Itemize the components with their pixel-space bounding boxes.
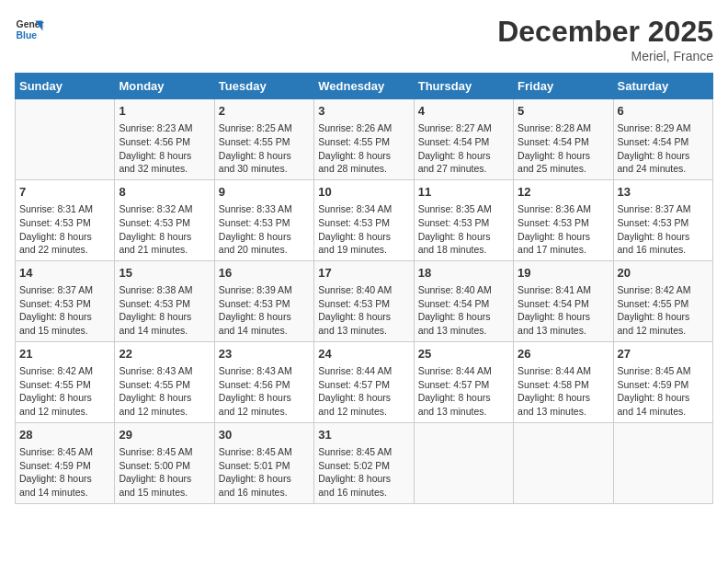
title-block: December 2025 Meriel, France — [497, 15, 713, 63]
day-number: 26 — [518, 346, 609, 362]
day-number: 9 — [219, 184, 310, 201]
week-row-5: 28Sunrise: 8:45 AM Sunset: 4:59 PM Dayli… — [16, 422, 713, 503]
day-info: Sunrise: 8:27 AM Sunset: 4:54 PM Dayligh… — [418, 121, 509, 176]
day-number: 24 — [318, 346, 409, 362]
calendar-cell: 6Sunrise: 8:29 AM Sunset: 4:54 PM Daylig… — [613, 99, 712, 180]
svg-text:Blue: Blue — [17, 30, 38, 40]
day-number: 28 — [19, 427, 110, 443]
day-number: 20 — [618, 265, 709, 282]
day-info: Sunrise: 8:35 AM Sunset: 4:53 PM Dayligh… — [418, 202, 509, 257]
day-number: 15 — [119, 265, 210, 282]
week-row-2: 7Sunrise: 8:31 AM Sunset: 4:53 PM Daylig… — [16, 179, 713, 260]
day-info: Sunrise: 8:43 AM Sunset: 4:56 PM Dayligh… — [219, 364, 310, 419]
day-number: 19 — [518, 265, 609, 282]
calendar-cell: 7Sunrise: 8:31 AM Sunset: 4:53 PM Daylig… — [16, 179, 115, 260]
weekday-friday: Friday — [514, 74, 613, 99]
calendar-cell: 22Sunrise: 8:43 AM Sunset: 4:55 PM Dayli… — [115, 341, 214, 422]
calendar-cell: 24Sunrise: 8:44 AM Sunset: 4:57 PM Dayli… — [314, 341, 414, 422]
calendar-cell: 26Sunrise: 8:44 AM Sunset: 4:58 PM Dayli… — [514, 341, 613, 422]
calendar-cell: 18Sunrise: 8:40 AM Sunset: 4:54 PM Dayli… — [414, 260, 513, 341]
day-info: Sunrise: 8:44 AM Sunset: 4:58 PM Dayligh… — [518, 364, 609, 419]
day-number: 3 — [318, 103, 409, 120]
day-info: Sunrise: 8:32 AM Sunset: 4:53 PM Dayligh… — [119, 202, 210, 257]
weekday-thursday: Thursday — [414, 74, 513, 99]
calendar-cell: 30Sunrise: 8:45 AM Sunset: 5:01 PM Dayli… — [214, 422, 313, 503]
day-info: Sunrise: 8:40 AM Sunset: 4:53 PM Dayligh… — [318, 283, 409, 338]
day-number: 14 — [19, 265, 110, 282]
day-number: 8 — [119, 184, 210, 201]
calendar-cell: 19Sunrise: 8:41 AM Sunset: 4:54 PM Dayli… — [514, 260, 613, 341]
calendar-cell: 4Sunrise: 8:27 AM Sunset: 4:54 PM Daylig… — [414, 99, 513, 180]
day-info: Sunrise: 8:38 AM Sunset: 4:53 PM Dayligh… — [119, 283, 210, 338]
calendar-cell: 15Sunrise: 8:38 AM Sunset: 4:53 PM Dayli… — [115, 260, 214, 341]
calendar-table: SundayMondayTuesdayWednesdayThursdayFrid… — [15, 73, 713, 504]
day-info: Sunrise: 8:37 AM Sunset: 4:53 PM Dayligh… — [19, 283, 110, 338]
day-info: Sunrise: 8:23 AM Sunset: 4:56 PM Dayligh… — [119, 121, 210, 176]
calendar-cell — [613, 422, 712, 503]
calendar-cell: 21Sunrise: 8:42 AM Sunset: 4:55 PM Dayli… — [16, 341, 115, 422]
day-number: 21 — [19, 346, 110, 362]
day-info: Sunrise: 8:44 AM Sunset: 4:57 PM Dayligh… — [318, 364, 409, 419]
day-info: Sunrise: 8:31 AM Sunset: 4:53 PM Dayligh… — [19, 202, 110, 257]
calendar-cell — [414, 422, 513, 503]
day-number: 23 — [219, 346, 310, 362]
day-info: Sunrise: 8:45 AM Sunset: 5:00 PM Dayligh… — [119, 445, 210, 500]
week-row-1: 1Sunrise: 8:23 AM Sunset: 4:56 PM Daylig… — [16, 99, 713, 180]
day-info: Sunrise: 8:25 AM Sunset: 4:55 PM Dayligh… — [219, 121, 310, 176]
calendar-cell: 5Sunrise: 8:28 AM Sunset: 4:54 PM Daylig… — [514, 99, 613, 180]
page-header: General Blue December 2025 Meriel, Franc… — [15, 15, 713, 63]
calendar-cell: 2Sunrise: 8:25 AM Sunset: 4:55 PM Daylig… — [214, 99, 313, 180]
day-number: 2 — [219, 103, 310, 120]
day-info: Sunrise: 8:40 AM Sunset: 4:54 PM Dayligh… — [418, 283, 509, 338]
day-number: 1 — [119, 103, 210, 120]
weekday-monday: Monday — [115, 74, 214, 99]
calendar-cell: 31Sunrise: 8:45 AM Sunset: 5:02 PM Dayli… — [314, 422, 414, 503]
day-info: Sunrise: 8:45 AM Sunset: 4:59 PM Dayligh… — [19, 445, 110, 500]
day-number: 13 — [618, 184, 709, 201]
day-number: 25 — [418, 346, 509, 362]
day-number: 31 — [318, 427, 409, 443]
calendar-cell: 3Sunrise: 8:26 AM Sunset: 4:55 PM Daylig… — [314, 99, 414, 180]
calendar-cell: 29Sunrise: 8:45 AM Sunset: 5:00 PM Dayli… — [115, 422, 214, 503]
calendar-cell: 8Sunrise: 8:32 AM Sunset: 4:53 PM Daylig… — [115, 179, 214, 260]
weekday-tuesday: Tuesday — [214, 74, 313, 99]
day-number: 22 — [119, 346, 210, 362]
weekday-wednesday: Wednesday — [314, 74, 414, 99]
weekday-saturday: Saturday — [613, 74, 712, 99]
weekday-sunday: Sunday — [16, 74, 115, 99]
calendar-cell: 14Sunrise: 8:37 AM Sunset: 4:53 PM Dayli… — [16, 260, 115, 341]
week-row-4: 21Sunrise: 8:42 AM Sunset: 4:55 PM Dayli… — [16, 341, 713, 422]
logo-icon: General Blue — [15, 15, 44, 44]
day-info: Sunrise: 8:45 AM Sunset: 4:59 PM Dayligh… — [618, 364, 709, 419]
week-row-3: 14Sunrise: 8:37 AM Sunset: 4:53 PM Dayli… — [16, 260, 713, 341]
calendar-cell: 9Sunrise: 8:33 AM Sunset: 4:53 PM Daylig… — [214, 179, 313, 260]
logo: General Blue — [15, 15, 44, 44]
day-info: Sunrise: 8:28 AM Sunset: 4:54 PM Dayligh… — [518, 121, 609, 176]
day-number: 4 — [418, 103, 509, 120]
calendar-cell: 10Sunrise: 8:34 AM Sunset: 4:53 PM Dayli… — [314, 179, 414, 260]
calendar-cell: 25Sunrise: 8:44 AM Sunset: 4:57 PM Dayli… — [414, 341, 513, 422]
day-number: 7 — [19, 184, 110, 201]
day-number: 6 — [618, 103, 709, 120]
calendar-cell: 1Sunrise: 8:23 AM Sunset: 4:56 PM Daylig… — [115, 99, 214, 180]
calendar-cell: 13Sunrise: 8:37 AM Sunset: 4:53 PM Dayli… — [613, 179, 712, 260]
day-number: 11 — [418, 184, 509, 201]
calendar-body: 1Sunrise: 8:23 AM Sunset: 4:56 PM Daylig… — [16, 99, 713, 504]
calendar-cell: 23Sunrise: 8:43 AM Sunset: 4:56 PM Dayli… — [214, 341, 313, 422]
day-info: Sunrise: 8:33 AM Sunset: 4:53 PM Dayligh… — [219, 202, 310, 257]
day-info: Sunrise: 8:45 AM Sunset: 5:02 PM Dayligh… — [318, 445, 409, 500]
calendar-cell: 17Sunrise: 8:40 AM Sunset: 4:53 PM Dayli… — [314, 260, 414, 341]
day-info: Sunrise: 8:39 AM Sunset: 4:53 PM Dayligh… — [219, 283, 310, 338]
calendar-cell: 16Sunrise: 8:39 AM Sunset: 4:53 PM Dayli… — [214, 260, 313, 341]
day-info: Sunrise: 8:42 AM Sunset: 4:55 PM Dayligh… — [19, 364, 110, 419]
day-info: Sunrise: 8:37 AM Sunset: 4:53 PM Dayligh… — [618, 202, 709, 257]
day-info: Sunrise: 8:34 AM Sunset: 4:53 PM Dayligh… — [318, 202, 409, 257]
day-info: Sunrise: 8:45 AM Sunset: 5:01 PM Dayligh… — [219, 445, 310, 500]
calendar-cell — [16, 99, 115, 180]
day-info: Sunrise: 8:36 AM Sunset: 4:53 PM Dayligh… — [518, 202, 609, 257]
calendar-cell: 27Sunrise: 8:45 AM Sunset: 4:59 PM Dayli… — [613, 341, 712, 422]
day-number: 10 — [318, 184, 409, 201]
month-title: December 2025 — [497, 15, 713, 49]
day-info: Sunrise: 8:43 AM Sunset: 4:55 PM Dayligh… — [119, 364, 210, 419]
calendar-cell: 20Sunrise: 8:42 AM Sunset: 4:55 PM Dayli… — [613, 260, 712, 341]
